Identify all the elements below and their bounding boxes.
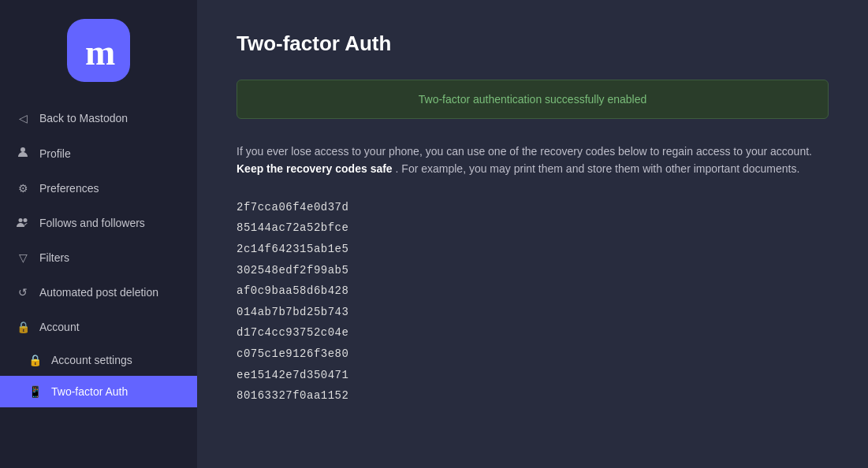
sidebar-item-filters[interactable]: ▽ Filters: [0, 240, 197, 275]
page-title: Two-factor Auth: [237, 32, 829, 56]
two-factor-icon: 📱: [28, 385, 42, 398]
sidebar-item-label: Preferences: [39, 182, 99, 195]
sidebar-item-account[interactable]: 🔒 Account: [0, 310, 197, 344]
filter-icon: ▽: [16, 251, 30, 264]
back-icon: ◁: [16, 112, 30, 124]
logo-area: m: [0, 0, 197, 101]
account-icon: 🔒: [16, 321, 30, 333]
account-settings-icon: 🔒: [28, 354, 42, 366]
recovery-code: 2f7cca06f4e0d37d: [237, 197, 829, 218]
success-banner: Two-factor authentication successfully e…: [237, 80, 829, 119]
recovery-code: 014ab7b7bd25b743: [237, 302, 829, 323]
recovery-codes-list: 2f7cca06f4e0d37d85144ac72a52bfce2c14f642…: [237, 197, 829, 407]
sidebar-item-label: Automated post deletion: [39, 286, 158, 299]
recovery-code: ee15142e7d350471: [237, 365, 829, 386]
sidebar-item-preferences[interactable]: ⚙ Preferences: [0, 171, 197, 206]
sidebar-item-profile[interactable]: Profile: [0, 136, 197, 171]
svg-text:m: m: [85, 32, 115, 72]
mastodon-logo: m: [67, 19, 130, 82]
gear-icon: ⚙: [16, 182, 30, 195]
deletion-icon: ↺: [16, 286, 30, 299]
recovery-code: d17c4cc93752c04e: [237, 322, 829, 344]
info-text: If you ever lose access to your phone, y…: [237, 143, 829, 178]
sidebar-item-automated-post-deletion[interactable]: ↺ Automated post deletion: [0, 275, 197, 310]
sidebar-item-label: Profile: [39, 147, 71, 160]
info-text-bold: Keep the recovery codes safe: [237, 162, 393, 175]
recovery-code: 80163327f0aa1152: [237, 385, 829, 407]
sidebar: m ◁ Back to Mastodon Profile ⚙ Preferenc…: [0, 0, 197, 468]
recovery-code: 2c14f642315ab1e5: [237, 239, 829, 260]
recovery-code: 85144ac72a52bfce: [237, 217, 829, 239]
recovery-code: af0c9baa58d6b428: [237, 280, 829, 302]
recovery-code: c075c1e9126f3e80: [237, 344, 829, 365]
sidebar-item-back-to-mastodon[interactable]: ◁ Back to Mastodon: [0, 101, 197, 136]
sidebar-subitem-label: Account settings: [51, 354, 132, 366]
profile-icon: [16, 147, 30, 160]
sidebar-subitem-two-factor-auth[interactable]: 📱 Two-factor Auth: [0, 376, 197, 407]
sidebar-item-follows-and-followers[interactable]: Follows and followers: [0, 206, 197, 240]
sidebar-item-label: Follows and followers: [39, 217, 145, 229]
info-text-after: . For example, you may print them and st…: [396, 162, 800, 175]
sidebar-subitem-account-settings[interactable]: 🔒 Account settings: [0, 344, 197, 376]
sidebar-subitem-label: Two-factor Auth: [51, 385, 128, 398]
sidebar-item-label: Filters: [39, 251, 69, 264]
info-text-before: If you ever lose access to your phone, y…: [237, 145, 812, 158]
recovery-code: 302548edf2f99ab5: [237, 260, 829, 281]
sidebar-item-label: Account: [39, 321, 80, 333]
svg-point-2: [19, 218, 23, 222]
main-content: Two-factor Auth Two-factor authenticatio…: [197, 0, 868, 468]
sidebar-item-label: Back to Mastodon: [39, 112, 128, 124]
svg-point-3: [24, 218, 28, 222]
sidebar-nav: ◁ Back to Mastodon Profile ⚙ Preferences…: [0, 101, 197, 407]
svg-point-1: [20, 147, 25, 152]
follows-icon: [16, 217, 30, 229]
